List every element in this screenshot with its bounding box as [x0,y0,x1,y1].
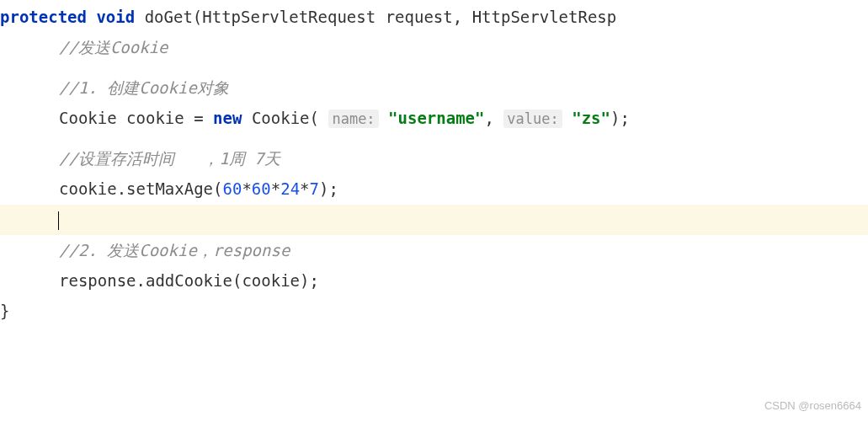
ctor-cookie: Cookie [252,109,310,127]
method-addcookie: addCookie [146,271,232,290]
text-caret [58,211,59,230]
equals: = [194,109,203,127]
param1-type: HttpServletRequest [202,8,375,26]
method-name: doGet [145,8,193,26]
cookie-declaration: Cookie cookie = new Cookie( name: "usern… [0,103,868,133]
comment-life: //设置存活时间 ，1周 7天 [0,143,868,174]
addcookie-line: response.addCookie(cookie); [0,265,868,296]
num-24: 24 [280,179,300,198]
watermark: CSDN @rosen6664 [764,396,861,417]
keyword-new: new [213,109,242,127]
comment-step2: //2. 发送Cookie，response [0,235,868,265]
comment-step1: //1. 创建Cookie对象 [0,72,868,103]
comma: , [453,8,462,26]
comma2: , [484,109,493,127]
string-username: "username" [388,109,484,127]
lparen3: ( [213,179,222,198]
string-zs: "zs" [572,109,610,127]
lparen4: ( [232,271,242,290]
param2-type: HttpServletResp [472,8,617,26]
semi1: ; [620,109,629,127]
dot1: . [117,179,126,198]
code-block: protected void doGet(HttpServletRequest … [0,2,868,326]
keyword-protected: protected [0,8,87,26]
num-60b: 60 [252,179,271,198]
caret-line[interactable] [0,205,868,235]
method-setmaxage: setMaxAge [126,179,213,198]
rparen2: ) [610,109,620,127]
obj-cookie: cookie [59,179,117,198]
setmaxage-line: cookie.setMaxAge(60*60*24*7); [0,174,868,204]
obj-response: response [59,271,136,290]
dot2: . [136,271,146,290]
lparen2: ( [310,109,319,127]
rparen4: ) [300,271,309,290]
var-cookie: cookie [126,109,184,127]
hint-value: value: [503,110,562,128]
keyword-void: void [96,8,135,26]
semi2: ; [328,179,338,198]
closing-brace: } [0,296,868,326]
lparen: ( [193,8,202,26]
num-7: 7 [310,179,319,198]
rparen3: ) [319,179,328,198]
type-cookie: Cookie [59,109,117,127]
param1-name: request [386,8,453,26]
star1: * [242,179,251,198]
star3: * [300,179,309,198]
arg-cookie: cookie [242,271,300,290]
semi3: ; [309,271,318,290]
comment-send-cookie: //发送Cookie [0,32,868,62]
method-signature: protected void doGet(HttpServletRequest … [0,2,868,32]
hint-name: name: [328,110,378,128]
star2: * [271,179,280,198]
num-60a: 60 [223,179,242,198]
